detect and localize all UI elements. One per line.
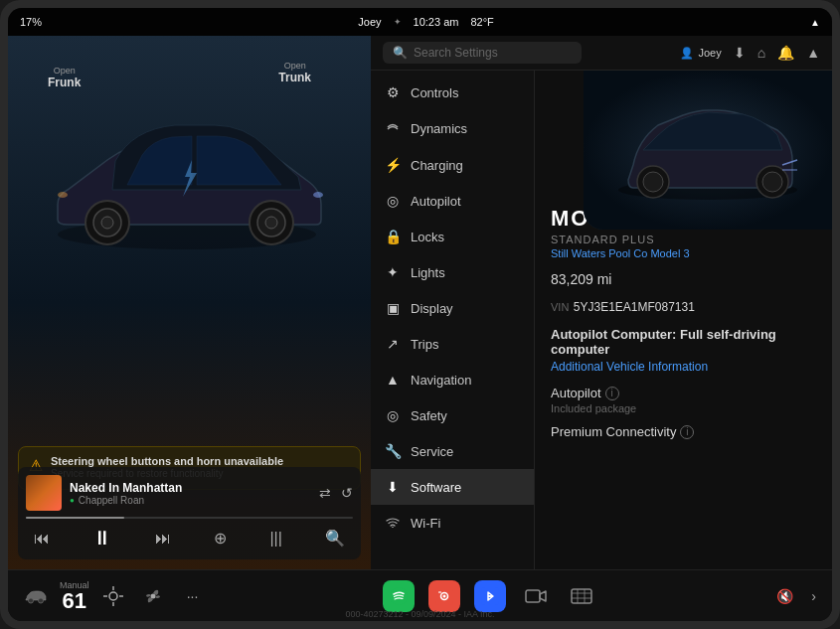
taskbar-center bbox=[383, 580, 597, 612]
status-left: 17% bbox=[20, 16, 42, 28]
song-artist: ● Chappell Roan bbox=[70, 495, 311, 506]
autopilot-info-icon[interactable]: i bbox=[605, 387, 619, 400]
settings-content: ⚙ Controls Dynamics ⚡ C bbox=[371, 71, 832, 569]
car-status-button[interactable] bbox=[20, 580, 52, 612]
song-title: Naked In Manhattan bbox=[70, 481, 311, 495]
music-player: Naked In Manhattan ● Chappell Roan ⇄ ↺ bbox=[18, 467, 361, 559]
music-info: Naked In Manhattan ● Chappell Roan ⇄ ↺ bbox=[26, 475, 353, 511]
service-icon: 🔧 bbox=[385, 443, 401, 459]
car-illustration bbox=[28, 76, 346, 278]
fleet-name: Still Waters Pool Co Model 3 bbox=[551, 247, 816, 259]
menu-list: ⚙ Controls Dynamics ⚡ C bbox=[371, 71, 535, 569]
volume-icon[interactable]: 🔇 bbox=[772, 584, 797, 608]
charging-icon: ⚡ bbox=[385, 157, 401, 173]
home-icon[interactable]: ⌂ bbox=[757, 45, 765, 61]
bluetooth-icon bbox=[481, 587, 499, 605]
search-box[interactable]: 🔍 Search Settings bbox=[383, 42, 582, 64]
play-pause-button[interactable]: ⏸ bbox=[88, 525, 116, 551]
lock-icon: 🔒 bbox=[385, 229, 401, 244]
controls-icon: ⚙ bbox=[385, 84, 401, 100]
svg-point-19 bbox=[39, 598, 44, 603]
svg-point-6 bbox=[265, 217, 277, 229]
map-app-icon[interactable] bbox=[566, 580, 597, 612]
svg-point-26 bbox=[390, 587, 408, 605]
bezel: 17% Joey ✦ 10:23 am 82°F ▲ Open Frunk bbox=[0, 0, 840, 629]
menu-item-service[interactable]: 🔧 Service bbox=[371, 433, 534, 469]
fan-icon bbox=[142, 585, 164, 607]
current-time: 10:23 am bbox=[414, 16, 459, 28]
signal-bars-icon[interactable]: ▲ bbox=[806, 45, 820, 61]
prev-button[interactable]: ⏮ bbox=[30, 528, 54, 550]
car-svg bbox=[28, 76, 346, 274]
menu-item-charging[interactable]: ⚡ Charging bbox=[371, 147, 534, 183]
next-button[interactable]: ⏭ bbox=[151, 528, 175, 550]
menu-item-dynamics[interactable]: Dynamics bbox=[371, 110, 534, 147]
warning-title: Steering wheel buttons and horn unavaila… bbox=[51, 455, 283, 467]
autopilot-computer-row: Autopilot Computer: Full self-driving co… bbox=[551, 327, 816, 374]
autopilot-package-name: Autopilot i bbox=[551, 386, 816, 400]
dashcam-app-icon[interactable] bbox=[520, 580, 552, 612]
bell-icon[interactable]: 🔔 bbox=[777, 45, 794, 61]
lights-icon: ✦ bbox=[385, 264, 401, 280]
navigation-icon: ▲ bbox=[385, 372, 401, 388]
album-art bbox=[26, 475, 62, 511]
menu-item-software[interactable]: ⬇ Software bbox=[371, 469, 534, 505]
menu-item-autopilot[interactable]: ◎ Autopilot bbox=[371, 183, 534, 219]
spotify-app-icon[interactable] bbox=[383, 580, 415, 612]
menu-item-navigation[interactable]: ▲ Navigation bbox=[371, 362, 534, 397]
connectivity-name: Premium Connectivity i bbox=[551, 424, 816, 439]
menu-item-display[interactable]: ▣ Display bbox=[371, 290, 534, 326]
autopilot-package-row: Autopilot i Included package bbox=[551, 386, 816, 414]
progress-bar[interactable] bbox=[26, 517, 353, 519]
climate-button[interactable] bbox=[97, 580, 129, 612]
trips-icon: ↗ bbox=[385, 336, 401, 352]
fan-button[interactable] bbox=[137, 580, 169, 612]
menu-item-controls[interactable]: ⚙ Controls bbox=[371, 75, 534, 110]
additional-vehicle-info-link[interactable]: Additional Vehicle Information bbox=[551, 360, 816, 374]
autopilot-icon: ◎ bbox=[385, 193, 401, 209]
svg-point-25 bbox=[150, 593, 155, 598]
svg-point-7 bbox=[313, 192, 323, 198]
repeat-icon[interactable]: ↺ bbox=[341, 485, 353, 501]
car-image-top bbox=[584, 71, 832, 230]
top-bar-right: 👤 Joey ⬇ ⌂ 🔔 ▲ bbox=[680, 45, 820, 61]
chevron-right-icon[interactable]: › bbox=[807, 584, 820, 608]
equalizer-icon[interactable]: ||| bbox=[265, 528, 285, 550]
car-mini-icon bbox=[24, 587, 48, 605]
shuffle-icon[interactable]: ⇄ bbox=[319, 485, 331, 501]
vin-row: VIN 5YJ3E1EA1MF087131 bbox=[551, 297, 816, 315]
vin-value: 5YJ3E1EA1MF087131 bbox=[574, 300, 695, 314]
main-content: Open Frunk Open Trunk bbox=[8, 36, 832, 569]
map-icon bbox=[571, 588, 592, 604]
camera-app-icon[interactable] bbox=[428, 580, 460, 612]
add-button[interactable]: ⊕ bbox=[210, 527, 231, 550]
right-panel: 🔍 Search Settings 👤 Joey ⬇ ⌂ 🔔 ▲ bbox=[371, 36, 832, 569]
menu-item-lights[interactable]: ✦ Lights bbox=[371, 254, 534, 290]
menu-item-wifi[interactable]: Wi-Fi bbox=[371, 505, 534, 541]
more-button[interactable]: ··· bbox=[177, 580, 209, 612]
settings-panel: 🔍 Search Settings 👤 Joey ⬇ ⌂ 🔔 ▲ bbox=[371, 36, 832, 569]
status-center: Joey ✦ 10:23 am 82°F bbox=[358, 16, 493, 28]
taskbar-right: 🔇 › bbox=[772, 584, 820, 608]
connectivity-info-icon[interactable]: i bbox=[680, 425, 694, 439]
svg-point-20 bbox=[109, 592, 117, 600]
connectivity-row: Premium Connectivity i bbox=[551, 424, 816, 439]
menu-item-trips[interactable]: ↗ Trips bbox=[371, 326, 534, 362]
vin-label: VIN bbox=[551, 301, 569, 313]
svg-point-18 bbox=[29, 598, 34, 603]
menu-item-locks[interactable]: 🔒 Locks bbox=[371, 219, 534, 254]
svg-point-9 bbox=[392, 527, 394, 528]
status-right: ▲ bbox=[810, 17, 820, 28]
bluetooth-app-icon[interactable] bbox=[474, 580, 506, 612]
user-icon: 👤 bbox=[680, 47, 694, 60]
climate-icon bbox=[102, 585, 124, 607]
spotify-icon bbox=[390, 587, 408, 605]
music-extra-controls: ⇄ ↺ bbox=[319, 485, 353, 501]
download-icon[interactable]: ⬇ bbox=[734, 45, 746, 61]
taskbar-left: Manual 61 bbox=[20, 580, 209, 612]
menu-item-safety[interactable]: ◎ Safety bbox=[371, 397, 534, 433]
search-music-icon[interactable]: 🔍 bbox=[321, 527, 349, 550]
music-controls: ⏮ ⏸ ⏭ ⊕ ||| 🔍 bbox=[26, 525, 353, 551]
display-icon: ▣ bbox=[385, 300, 401, 316]
svg-rect-33 bbox=[572, 589, 591, 603]
